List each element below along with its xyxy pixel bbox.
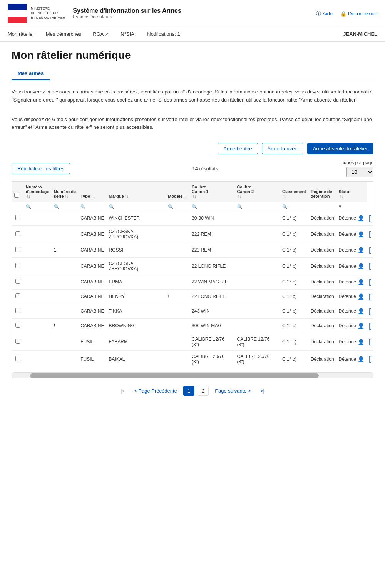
row-checkbox-7[interactable]: [15, 323, 20, 328]
row-action-3[interactable]: [: [367, 257, 373, 275]
row-calibre2-0: [235, 211, 280, 226]
tab-mes-armes[interactable]: Mes armes: [12, 67, 50, 80]
first-page-button[interactable]: |<: [117, 386, 128, 395]
row-checkbox-8[interactable]: [15, 339, 20, 344]
last-page-button[interactable]: >|: [257, 386, 268, 395]
action-icon-6[interactable]: [: [369, 307, 371, 315]
nav-ratelier[interactable]: Mon râtelier: [8, 31, 34, 37]
col-type[interactable]: Type↑↓: [78, 182, 106, 202]
deconnexion-link[interactable]: 🔒 Déconnexion: [340, 11, 377, 17]
row-checkbox-cell-2[interactable]: [12, 243, 23, 257]
row-action-1[interactable]: [: [367, 225, 373, 243]
row-regime-5: Déclaration: [308, 289, 336, 304]
row-encodage-1: [23, 225, 52, 243]
person-icon-7: 👤: [358, 323, 364, 329]
action-icon-5[interactable]: [: [369, 293, 371, 300]
row-action-6[interactable]: [: [367, 304, 373, 318]
action-icon-7[interactable]: [: [369, 322, 371, 330]
col-calibre-canon2[interactable]: CalibreCanon 2↑↓: [235, 182, 280, 202]
row-marque-0: WINCHESTER: [107, 211, 166, 226]
row-action-7[interactable]: [: [367, 318, 373, 333]
prev-page-button[interactable]: < Page Précédente: [131, 386, 180, 395]
row-encodage-5: [23, 289, 52, 304]
row-calibre2-9: CALIBRE 20/76 (3"): [235, 350, 280, 368]
row-checkbox-3[interactable]: [15, 263, 20, 268]
row-action-4[interactable]: [: [367, 275, 373, 289]
row-statut-text-1: Détenue: [339, 232, 356, 237]
row-checkbox-cell-3[interactable]: [12, 257, 23, 275]
col-classement[interactable]: Classement↑↓: [280, 182, 308, 202]
row-statut-text-2: Détenue: [339, 247, 356, 253]
weapons-table: Numérod'encodage↑↓ Numéro desérie↑↓ Type…: [12, 181, 373, 368]
table-row: 1 CARABINE ROSSI 222 REM C 1° c) Déclara…: [12, 243, 373, 257]
row-serie-1: [52, 225, 78, 243]
row-checkbox-cell-1[interactable]: [12, 225, 23, 243]
aide-link[interactable]: ⓘ Aide: [316, 10, 333, 17]
select-all-checkbox[interactable]: [14, 193, 19, 198]
nav-nsia[interactable]: N°SIA:: [121, 31, 136, 37]
row-checkbox-0[interactable]: [15, 215, 20, 220]
row-type-7: CARABINE: [78, 318, 106, 333]
row-action-9[interactable]: [: [367, 350, 373, 368]
row-checkbox-1[interactable]: [15, 231, 20, 236]
row-action-0[interactable]: [: [367, 211, 373, 226]
row-checkbox-cell-8[interactable]: [12, 333, 23, 350]
header-title: Système d'Information sur les Armes Espa…: [73, 7, 181, 20]
row-checkbox-4[interactable]: [15, 279, 20, 284]
page-2-button[interactable]: 2: [198, 386, 209, 396]
row-calibre2-6: [235, 304, 280, 318]
row-modele-9: [166, 350, 189, 368]
row-classement-3: C 1° b): [280, 257, 308, 275]
row-checkbox-cell-0[interactable]: [12, 211, 23, 226]
arme-absente-button[interactable]: Arme absente du râtelier: [307, 143, 373, 154]
row-regime-0: Déclaration: [308, 211, 336, 226]
person-icon-6: 👤: [358, 308, 364, 314]
col-modele[interactable]: Modèle↑↓: [166, 182, 189, 202]
nav-notifications[interactable]: Notifications: 1: [147, 31, 180, 37]
row-checkbox-cell-6[interactable]: [12, 304, 23, 318]
row-marque-6: TIKKA: [107, 304, 166, 318]
table-toolbar: Réinitialiser les filtres 14 résultats L…: [12, 160, 373, 177]
row-encodage-9: [23, 350, 52, 368]
row-checkbox-6[interactable]: [15, 308, 20, 313]
statut-filter-dropdown[interactable]: ▾: [339, 204, 341, 209]
row-encodage-4: [23, 275, 52, 289]
row-encodage-2: [23, 243, 52, 257]
horizontal-scrollbar[interactable]: [12, 372, 373, 378]
action-icon-9[interactable]: [: [369, 355, 371, 363]
row-serie-3: [52, 257, 78, 275]
action-icon-1[interactable]: [: [369, 230, 371, 238]
col-marque[interactable]: Marque↑↓: [107, 182, 166, 202]
row-regime-1: Déclaration: [308, 225, 336, 243]
arme-trouvee-button[interactable]: Arme trouvée: [262, 143, 303, 154]
next-page-button[interactable]: Page suivante >: [212, 386, 254, 395]
action-icon-2[interactable]: [: [369, 246, 371, 254]
search-icon-serie: 🔍: [54, 204, 59, 209]
row-checkbox-5[interactable]: [15, 293, 20, 298]
action-icon-4[interactable]: [: [369, 278, 371, 286]
row-checkbox-cell-4[interactable]: [12, 275, 23, 289]
reset-filters-button[interactable]: Réinitialiser les filtres: [12, 163, 70, 174]
row-statut-5: Détenue 👤: [336, 289, 367, 304]
action-icon-0[interactable]: [: [369, 214, 371, 222]
row-checkbox-cell-7[interactable]: [12, 318, 23, 333]
arme-heritee-button[interactable]: Arme héritée: [218, 143, 258, 154]
row-action-8[interactable]: [: [367, 333, 373, 350]
row-action-5[interactable]: [: [367, 289, 373, 304]
nav-rga[interactable]: RGA ↗: [93, 31, 109, 37]
per-page-select[interactable]: 10 25 50: [346, 167, 373, 177]
col-calibre-canon1[interactable]: CalibreCanon 1↑↓: [189, 182, 235, 202]
page-1-button[interactable]: 1: [183, 386, 194, 396]
ministry-name: MINISTÈRE DE L'INTÉRIEUR ET DES OUTRE-ME…: [31, 7, 65, 20]
row-calibre1-3: 22 LONG RIFLE: [189, 257, 235, 275]
row-checkbox-cell-5[interactable]: [12, 289, 23, 304]
action-icon-3[interactable]: [: [369, 262, 371, 270]
col-statut[interactable]: Statut↑↓: [336, 182, 367, 202]
nav-demarches[interactable]: Mes démarches: [46, 31, 81, 37]
row-checkbox-cell-9[interactable]: [12, 350, 23, 368]
row-checkbox-9[interactable]: [15, 356, 20, 361]
action-icon-8[interactable]: [: [369, 338, 371, 345]
row-checkbox-2[interactable]: [15, 247, 20, 252]
table-row: CARABINE ERMA 22 WIN MAG R F C 1° b) Déc…: [12, 275, 373, 289]
row-action-2[interactable]: [: [367, 243, 373, 257]
